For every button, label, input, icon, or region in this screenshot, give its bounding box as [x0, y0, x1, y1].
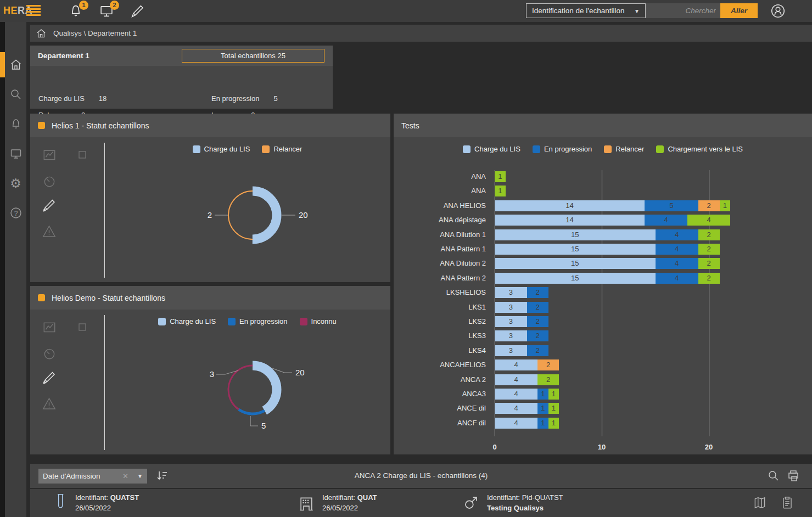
legend-item[interactable]: En progression [228, 317, 287, 325]
bar-row[interactable]: LKS332 [394, 330, 490, 341]
bar-segment[interactable]: 14 [495, 215, 645, 226]
bar-segment[interactable]: 15 [495, 273, 656, 284]
legend-item[interactable]: En progression [533, 145, 592, 153]
bar-segment[interactable]: 3 [495, 302, 527, 313]
bar-segment[interactable]: 2 [698, 273, 720, 284]
bar-segment[interactable]: 1 [548, 418, 559, 429]
bar-segment[interactable]: 3 [495, 345, 527, 356]
bar-segment[interactable]: 2 [527, 302, 548, 313]
bar-segment[interactable]: 3 [495, 330, 527, 341]
bar-segment[interactable]: 1 [548, 403, 559, 414]
pen-icon[interactable] [130, 3, 145, 19]
sidebar-item-settings[interactable]: ⚙ [5, 171, 26, 196]
bar-row[interactable]: ANCF dil411 [394, 418, 490, 429]
legend-item[interactable]: Relancer [262, 145, 302, 153]
warning-icon[interactable] [42, 224, 57, 241]
bar-segment[interactable]: 1 [537, 389, 548, 400]
search-type-dropdown[interactable]: Identification de l'echantillon▼ [526, 3, 646, 18]
bar-segment[interactable]: 1 [548, 389, 559, 400]
tests-bar-chart[interactable]: ANA1ANA1ANA HELIOS14521ANA dépistage1444… [394, 170, 812, 454]
bar-segment[interactable]: 4 [495, 389, 537, 400]
bar-segment[interactable]: 4 [656, 229, 698, 240]
bar-segment[interactable]: 1 [495, 186, 506, 196]
bar-segment[interactable]: 2 [537, 359, 559, 370]
bar-segment[interactable]: 4 [495, 418, 537, 429]
sidebar-item-notifications[interactable] [5, 111, 26, 137]
bar-row[interactable]: ANA1 [394, 171, 490, 182]
bar-segment[interactable]: 2 [698, 244, 720, 255]
bar-row[interactable]: ANA Pattern 11542 [394, 244, 490, 255]
sample-detail-row[interactable]: Identifiant: QUATST 26/05/2022 Identifia… [30, 489, 812, 517]
bar-segment[interactable]: 4 [656, 258, 698, 269]
bar-row[interactable]: LKS132 [394, 302, 490, 313]
admission-date-dropdown[interactable]: Date d'Admission ✕ ▼ [38, 469, 147, 484]
clipboard-icon[interactable] [780, 496, 794, 512]
user-account-icon[interactable] [770, 3, 786, 21]
bar-segment[interactable]: 3 [495, 287, 527, 298]
legend-item[interactable]: Inconnu [300, 317, 337, 325]
bar-row[interactable]: ANA1 [394, 186, 490, 196]
bar-segment[interactable]: 4 [495, 403, 537, 414]
sample-item-patient[interactable]: Identifiant: Pid-QUATST Testing Qualisys [463, 492, 563, 513]
hamburger-menu-icon[interactable] [26, 5, 41, 17]
checkbox-icon[interactable] [79, 151, 86, 161]
bar-segment[interactable]: 2 [527, 330, 548, 341]
bar-row[interactable]: ANA Dilution 21542 [394, 258, 490, 269]
bar-segment[interactable]: 1 [537, 418, 548, 429]
chart-type-icon[interactable] [42, 321, 57, 337]
bar-segment[interactable]: 2 [698, 229, 720, 240]
map-icon[interactable] [753, 496, 767, 512]
bar-segment[interactable]: 2 [527, 287, 548, 298]
warning-icon[interactable] [42, 396, 57, 413]
legend-item[interactable]: Chargement vers le LIS [656, 145, 743, 153]
chart-type-icon[interactable] [42, 148, 57, 165]
checkbox-icon[interactable] [79, 323, 86, 333]
bar-segment[interactable]: 2 [527, 345, 548, 356]
pen-icon[interactable] [41, 198, 57, 215]
sidebar-item-search[interactable] [5, 82, 26, 107]
clear-filter-icon[interactable]: ✕ [122, 469, 128, 484]
bar-segment[interactable]: 1 [537, 403, 548, 414]
bar-row[interactable]: ANA HELIOS14521 [394, 200, 490, 211]
bar-segment[interactable]: 4 [645, 215, 687, 226]
sidebar-item-home[interactable] [5, 52, 26, 77]
legend-item[interactable]: Charge du LIS [193, 145, 250, 153]
bar-segment[interactable]: 15 [495, 244, 656, 255]
notifications-bell-icon[interactable]: 1 [68, 3, 83, 19]
home-icon[interactable] [36, 28, 47, 39]
bar-row[interactable]: LKSHELIOS32 [394, 287, 490, 298]
go-button[interactable]: Aller [720, 3, 758, 18]
bar-segment[interactable]: 2 [527, 316, 548, 327]
bar-row[interactable]: ANCA3411 [394, 389, 490, 400]
bar-segment[interactable]: 1 [720, 200, 731, 211]
bar-segment[interactable]: 2 [698, 200, 720, 211]
bar-row[interactable]: LKS432 [394, 345, 490, 356]
sidebar-item-help[interactable]: ? [5, 200, 26, 226]
bar-segment[interactable]: 1 [495, 171, 506, 182]
monitor-icon[interactable]: 2 [99, 3, 114, 19]
legend-item[interactable]: Charge du LIS [158, 317, 216, 325]
legend-item[interactable]: Relancer [604, 145, 644, 153]
timer-icon[interactable] [42, 174, 57, 190]
bar-segment[interactable]: 4 [495, 374, 537, 385]
bar-segment[interactable]: 4 [687, 215, 730, 226]
bar-segment[interactable]: 4 [495, 359, 537, 370]
bar-row[interactable]: ANCAHELIOS42 [394, 359, 490, 370]
bar-row[interactable]: ANA Dilution 11542 [394, 229, 490, 240]
bar-segment[interactable]: 4 [656, 244, 698, 255]
bar-row[interactable]: ANCE dil411 [394, 403, 490, 414]
sidebar-item-monitor[interactable] [5, 141, 26, 166]
bar-row[interactable]: ANCA 242 [394, 374, 490, 385]
pen-icon[interactable] [41, 370, 57, 387]
sample-item-order[interactable]: Identifiant: QUAT 26/05/2022 [298, 492, 377, 513]
timer-icon[interactable] [42, 346, 57, 363]
print-icon[interactable] [787, 469, 800, 485]
search-input[interactable] [646, 3, 720, 18]
bar-row[interactable]: LKS232 [394, 316, 490, 327]
bar-segment[interactable]: 15 [495, 229, 656, 240]
sort-descending-icon[interactable] [155, 469, 169, 485]
bar-segment[interactable]: 3 [495, 316, 527, 327]
bar-segment[interactable]: 2 [537, 374, 559, 385]
bar-segment[interactable]: 4 [656, 273, 698, 284]
search-icon[interactable] [767, 469, 780, 485]
